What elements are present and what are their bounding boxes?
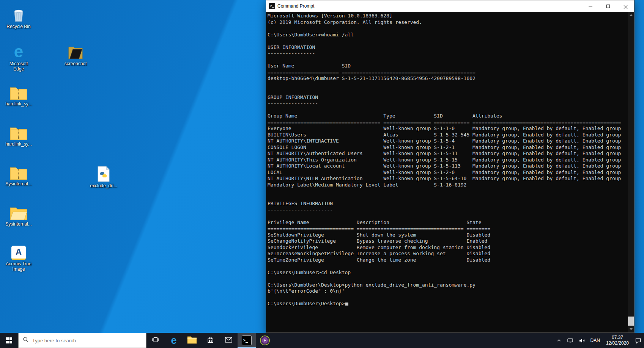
network-icon	[567, 337, 573, 344]
tray-language-indicator[interactable]: DAN	[588, 333, 603, 348]
taskbar-edge-button[interactable]: e	[165, 333, 183, 348]
search-icon	[23, 337, 29, 344]
window-minimize-button[interactable]	[582, 0, 599, 12]
task-view-button[interactable]	[146, 333, 165, 348]
window-maximize-button[interactable]	[599, 0, 617, 12]
window-controls	[582, 0, 634, 12]
zip-folder-icon	[10, 163, 27, 180]
microsoft-store-icon	[207, 336, 214, 345]
desktop-wallpaper: Recycle Bin e Microsoft Edge hardlink_sy…	[0, 0, 644, 333]
desktop-icon-label: Sysinternal...	[5, 221, 31, 227]
desktop-icon-label: Acronis True Image	[3, 261, 34, 272]
tor-browser-icon	[260, 335, 270, 345]
desktop-icon-label: screenshot	[65, 61, 87, 66]
tray-show-hidden-icons-button[interactable]	[554, 333, 564, 348]
desktop-icon-exclude-drive-script[interactable]: exclude_dri...	[88, 165, 119, 188]
task-view-icon	[152, 336, 159, 345]
desktop-icon-acronis-true-image[interactable]: A Acronis True Image	[3, 243, 34, 272]
desktop-icon-label: hardlink_sy...	[5, 141, 32, 147]
desktop-icon-screenshot[interactable]: screenshot	[60, 42, 91, 66]
edge-icon: e	[14, 42, 23, 60]
open-folder-icon	[68, 42, 83, 60]
desktop-icon-hardlink-zip-1[interactable]: hardlink_sy...	[3, 83, 34, 107]
file-explorer-icon	[187, 336, 197, 345]
tray-volume-button[interactable]	[576, 333, 588, 348]
taskbar-command-prompt-button[interactable]: >_	[238, 333, 256, 348]
mail-icon	[225, 337, 232, 344]
terminal-scrollbar[interactable]	[628, 12, 634, 332]
command-prompt-window-icon: >_	[269, 3, 275, 9]
windows-logo-icon	[6, 337, 12, 343]
taskbar: e >_ DAN 07.37 12/02/2020	[0, 333, 644, 348]
desktop-icon-sysinternals-zip[interactable]: Sysinternal...	[3, 163, 34, 187]
chevron-up-icon	[556, 338, 562, 343]
minimize-icon	[589, 6, 592, 6]
terminal-area[interactable]: Microsoft Windows [Version 10.0.18363.62…	[266, 12, 634, 332]
recycle-bin-icon	[11, 5, 26, 23]
terminal-output[interactable]: Microsoft Windows [Version 10.0.18363.62…	[266, 12, 634, 308]
acronis-icon: A	[11, 243, 26, 260]
edge-icon: e	[171, 335, 176, 346]
taskbar-search[interactable]	[18, 333, 146, 348]
taskbar-store-button[interactable]	[201, 333, 219, 348]
command-prompt-icon: >_	[242, 335, 252, 345]
taskbar-mail-button[interactable]	[219, 333, 238, 348]
scrollbar-down-button[interactable]	[628, 326, 634, 332]
taskbar-file-explorer-button[interactable]	[183, 333, 201, 348]
tray-clock[interactable]: 07.37 12/02/2020	[603, 333, 632, 348]
clock-time: 07.37	[612, 335, 623, 340]
desktop-icon-sysinternals-folder[interactable]: Sysinternal...	[3, 203, 34, 227]
desktop-icon-microsoft-edge[interactable]: e Microsoft Edge	[3, 42, 34, 72]
scroll-up-icon	[630, 14, 633, 16]
desktop-icon-label: Recycle Bin	[6, 24, 30, 29]
action-center-icon	[635, 337, 641, 344]
tray-network-button[interactable]	[564, 333, 576, 348]
desktop-icon-label: exclude_dri...	[90, 183, 117, 188]
scrollbar-up-button[interactable]	[628, 12, 634, 18]
desktop-icon-hardlink-zip-2[interactable]: hardlink_sy...	[3, 123, 34, 147]
scrollbar-thumb[interactable]	[628, 317, 634, 326]
command-prompt-window: >_ Command Prompt Microsoft Windows [Ver…	[266, 0, 635, 333]
zip-folder-icon	[10, 83, 27, 100]
window-title: Command Prompt	[277, 3, 314, 9]
zip-folder-icon	[10, 123, 27, 140]
window-close-button[interactable]	[617, 0, 634, 12]
window-titlebar[interactable]: >_ Command Prompt	[266, 0, 634, 12]
desktop-icon-label: hardlink_sy...	[5, 101, 32, 107]
system-tray: DAN 07.37 12/02/2020	[554, 333, 644, 348]
python-file-icon	[97, 165, 110, 182]
scroll-down-icon	[630, 328, 633, 330]
action-center-button[interactable]	[632, 333, 644, 348]
close-icon	[624, 4, 628, 8]
desktop-icon-label: Microsoft Edge	[3, 61, 34, 72]
search-input[interactable]	[32, 338, 142, 343]
desktop-icon-label: Sysinternal...	[5, 181, 31, 187]
speaker-icon	[579, 337, 585, 344]
desktop-icon-recycle-bin[interactable]: Recycle Bin	[3, 5, 34, 29]
maximize-icon	[606, 5, 610, 8]
clock-date: 12/02/2020	[606, 340, 629, 346]
folder-icon	[10, 203, 27, 220]
terminal-cursor	[345, 303, 348, 306]
start-button[interactable]	[0, 333, 18, 348]
taskbar-tor-browser-button[interactable]	[256, 333, 274, 348]
